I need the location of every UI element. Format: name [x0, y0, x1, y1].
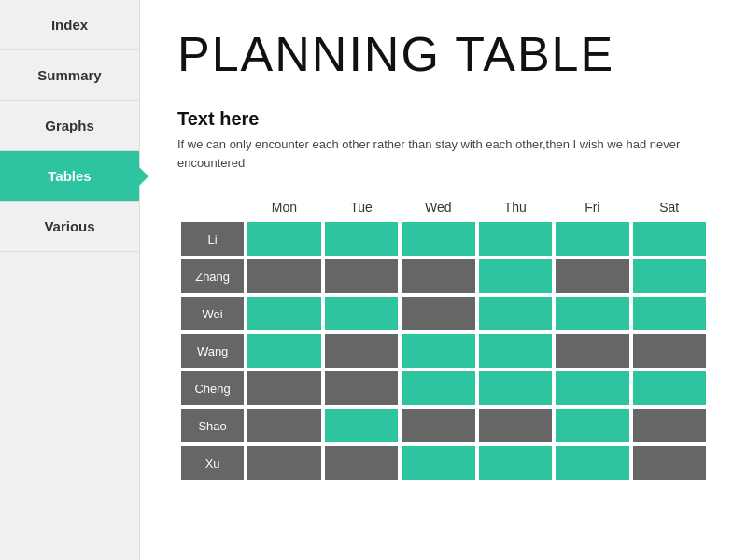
- cell-cheng-sat: [633, 371, 706, 405]
- cell-cheng-thu: [479, 371, 552, 405]
- table-row: Zhang: [181, 259, 706, 293]
- cell-zhang-thu: [479, 259, 552, 293]
- cell-xu-sat: [633, 446, 706, 480]
- table-row: Wei: [181, 297, 706, 330]
- th-empty: [181, 196, 244, 218]
- cell-li-thu: [479, 222, 552, 256]
- th-tue: Tue: [325, 196, 398, 218]
- cell-xu-mon: [247, 446, 320, 480]
- cell-cheng-tue: [325, 371, 398, 405]
- row-label-wang: Wang: [181, 334, 244, 368]
- th-mon: Mon: [247, 196, 320, 218]
- table-row: Li: [181, 222, 706, 256]
- cell-wei-thu: [479, 297, 552, 330]
- th-sat: Sat: [633, 196, 706, 218]
- cell-wang-thu: [479, 334, 552, 368]
- cell-zhang-mon: [247, 259, 320, 293]
- title-divider: [177, 91, 710, 91]
- row-label-xu: Xu: [181, 446, 244, 480]
- cell-wang-wed: [402, 334, 474, 368]
- cell-wei-wed: [402, 297, 474, 330]
- table-row: Wang: [181, 334, 706, 368]
- cell-zhang-sat: [633, 259, 706, 293]
- cell-wei-fri: [556, 297, 628, 330]
- table-row: Shao: [181, 409, 706, 442]
- table-body: LiZhangWeiWangChengShaoXu: [181, 222, 706, 480]
- cell-wang-mon: [247, 334, 320, 368]
- cell-wang-fri: [556, 334, 628, 368]
- cell-zhang-wed: [402, 259, 474, 293]
- cell-wei-mon: [247, 297, 320, 330]
- cell-xu-fri: [556, 446, 628, 480]
- sidebar-item-index[interactable]: Index: [0, 0, 139, 50]
- cell-li-tue: [325, 222, 398, 256]
- cell-shao-thu: [479, 409, 552, 442]
- th-wed: Wed: [402, 196, 474, 218]
- row-label-zhang: Zhang: [181, 259, 244, 293]
- cell-shao-wed: [402, 409, 474, 442]
- cell-shao-fri: [556, 409, 628, 442]
- row-label-shao: Shao: [181, 409, 244, 442]
- cell-li-sat: [633, 222, 706, 256]
- cell-li-fri: [556, 222, 628, 256]
- cell-wang-sat: [633, 334, 706, 368]
- cell-wei-sat: [633, 297, 706, 330]
- section-text: If we can only encounter each other rath…: [177, 135, 710, 172]
- table-row: Cheng: [181, 371, 706, 405]
- sidebar: IndexSummaryGraphsTablesVarious: [0, 0, 140, 560]
- row-label-cheng: Cheng: [181, 371, 244, 405]
- th-fri: Fri: [556, 196, 628, 218]
- section-title: Text here: [177, 108, 710, 130]
- sidebar-item-tables[interactable]: Tables: [0, 151, 139, 202]
- cell-xu-thu: [479, 446, 552, 480]
- cell-shao-sat: [633, 409, 706, 442]
- cell-zhang-fri: [556, 259, 628, 293]
- sidebar-item-summary[interactable]: Summary: [0, 50, 139, 101]
- cell-xu-wed: [402, 446, 474, 480]
- main-content: PLANNING TABLE Text here If we can only …: [140, 0, 747, 560]
- planning-table: MonTueWedThuFriSat LiZhangWeiWangChengSh…: [177, 192, 710, 483]
- cell-cheng-wed: [402, 371, 474, 405]
- cell-zhang-tue: [325, 259, 398, 293]
- th-thu: Thu: [479, 196, 552, 218]
- table-header-row: MonTueWedThuFriSat: [181, 196, 706, 218]
- cell-li-wed: [402, 222, 474, 256]
- cell-cheng-fri: [556, 371, 628, 405]
- sidebar-item-various[interactable]: Various: [0, 202, 139, 252]
- cell-wang-tue: [325, 334, 398, 368]
- cell-shao-mon: [247, 409, 320, 442]
- cell-li-mon: [247, 222, 320, 256]
- cell-wei-tue: [325, 297, 398, 330]
- cell-xu-tue: [325, 446, 398, 480]
- row-label-wei: Wei: [181, 297, 244, 330]
- table-row: Xu: [181, 446, 706, 480]
- page-title: PLANNING TABLE: [177, 28, 710, 81]
- cell-cheng-mon: [247, 371, 320, 405]
- sidebar-item-graphs[interactable]: Graphs: [0, 101, 139, 151]
- row-label-li: Li: [181, 222, 244, 256]
- cell-shao-tue: [325, 409, 398, 442]
